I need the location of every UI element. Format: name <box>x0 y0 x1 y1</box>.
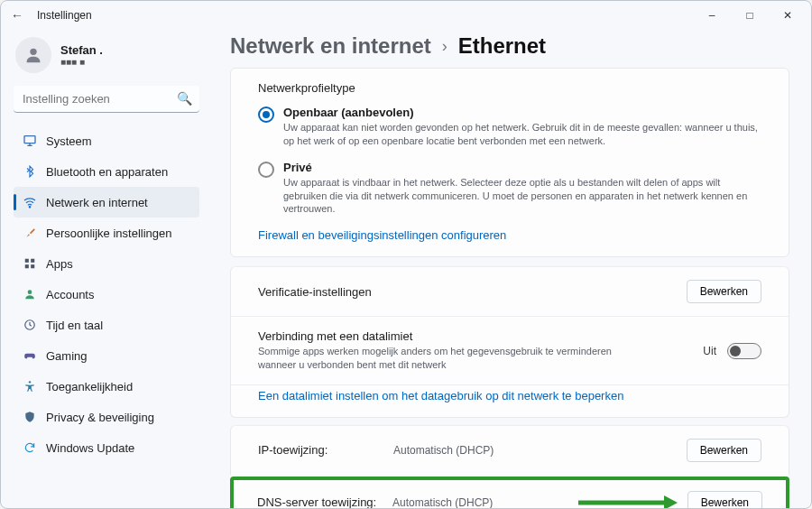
sidebar-item-label: Accounts <box>46 288 94 301</box>
radio-public-indicator[interactable] <box>258 106 274 123</box>
sidebar-item-systeem[interactable]: Systeem <box>14 125 199 156</box>
sidebar-item-label: Toegankelijkheid <box>46 380 133 393</box>
sidebar-item-accounts[interactable]: Accounts <box>14 279 199 310</box>
sidebar-item-label: Bluetooth en apparaten <box>46 165 168 179</box>
radio-public-desc: Uw apparaat kan niet worden gevonden op … <box>283 121 761 148</box>
update-icon <box>23 440 37 455</box>
sidebar-item-gaming[interactable]: Gaming <box>14 340 199 371</box>
sidebar-item-tijd-en-taal[interactable]: Tijd en taal <box>14 310 199 340</box>
ip-value: Automatisch (DHCP) <box>393 444 687 457</box>
app-title: Instellingen <box>37 9 92 22</box>
section-title-profile-type: Netwerkprofieltype <box>258 81 761 95</box>
profile-name: Stefan . <box>60 43 103 57</box>
metered-title: Verbinding met een datalimiet <box>258 329 703 343</box>
avatar <box>15 37 51 73</box>
dns-edit-button[interactable]: Bewerken <box>687 491 762 508</box>
sidebar-item-label: Systeem <box>46 134 92 148</box>
close-button[interactable]: ✕ <box>771 5 804 26</box>
svg-point-11 <box>29 381 31 383</box>
profile-email: ■■■ ■ <box>60 57 103 67</box>
maximize-button[interactable]: □ <box>734 5 766 26</box>
sidebar-item-privacy-beveiliging[interactable]: Privacy & beveiliging <box>14 402 199 432</box>
radio-private-desc: Uw apparaat is vindbaar in het netwerk. … <box>283 176 761 217</box>
sidebar-item-label: Persoonlijke instellingen <box>46 227 171 240</box>
dns-row-highlighted: DNS-server toewijzing: Automatisch (DHCP… <box>230 477 789 508</box>
metered-state: Uit <box>703 345 716 357</box>
svg-rect-7 <box>25 264 29 268</box>
sidebar-item-label: Windows Update <box>46 441 134 455</box>
radio-public[interactable]: Openbaar (aanbevolen) Uw apparaat kan ni… <box>258 106 761 148</box>
radio-private-indicator[interactable] <box>258 162 274 178</box>
chevron-right-icon: › <box>442 37 448 56</box>
person-icon <box>23 287 37 301</box>
svg-rect-6 <box>31 259 34 263</box>
monitor-icon <box>23 134 37 148</box>
sidebar-item-label: Netwerk en internet <box>46 196 148 209</box>
breadcrumb-parent[interactable]: Netwerk en internet <box>230 33 431 59</box>
auth-edit-button[interactable]: Bewerken <box>687 280 761 303</box>
svg-rect-8 <box>31 264 34 268</box>
sidebar-item-persoonlijke-instellingen[interactable]: Persoonlijke instellingen <box>14 217 199 248</box>
svg-rect-5 <box>25 259 29 263</box>
breadcrumb: Netwerk en internet › Ethernet <box>230 33 789 59</box>
sidebar-item-bluetooth-en-apparaten[interactable]: Bluetooth en apparaten <box>14 156 199 187</box>
firewall-link[interactable]: Firewall en beveiligingsinstellingen con… <box>258 228 761 242</box>
search-icon: 🔍 <box>177 91 192 106</box>
svg-marker-13 <box>664 495 678 508</box>
radio-private-label: Privé <box>283 161 761 174</box>
sidebar-item-netwerk-en-internet[interactable]: Netwerk en internet <box>14 187 199 217</box>
game-icon <box>23 348 37 363</box>
breadcrumb-current: Ethernet <box>458 33 546 59</box>
apps-icon <box>23 256 37 271</box>
sidebar-item-toegankelijkheid[interactable]: Toegankelijkheid <box>14 371 199 402</box>
search-input[interactable] <box>14 86 199 113</box>
wifi-icon <box>23 195 37 209</box>
sidebar-item-windows-update[interactable]: Windows Update <box>14 432 199 463</box>
clock-icon <box>23 318 37 332</box>
auth-title: Verificatie-instellingen <box>258 285 687 299</box>
search-box[interactable]: 🔍 <box>14 86 199 113</box>
sidebar-item-label: Apps <box>46 257 73 271</box>
shield-icon <box>23 410 37 424</box>
back-button[interactable]: ← <box>8 8 26 23</box>
radio-public-label: Openbaar (aanbevolen) <box>283 106 761 119</box>
svg-point-4 <box>29 207 30 208</box>
metered-desc: Sommige apps werken mogelijk anders om h… <box>258 345 637 372</box>
accessibility-icon <box>23 379 37 393</box>
brush-icon <box>23 226 37 240</box>
minimize-button[interactable]: – <box>696 5 728 26</box>
ip-label: IP-toewijzing: <box>258 443 393 457</box>
sidebar-item-label: Tijd en taal <box>46 319 103 332</box>
svg-point-9 <box>28 290 32 294</box>
svg-point-0 <box>30 49 36 55</box>
metered-toggle[interactable] <box>727 343 761 359</box>
sidebar-item-label: Gaming <box>46 349 88 363</box>
annotation-arrow-icon <box>578 494 678 508</box>
profile-block[interactable]: Stefan . ■■■ ■ <box>15 37 199 73</box>
svg-rect-1 <box>24 136 35 143</box>
metered-link[interactable]: Een datalimiet instellen om het datagebr… <box>258 389 623 403</box>
radio-private[interactable]: Privé Uw apparaat is vindbaar in het net… <box>258 161 761 217</box>
sidebar-item-label: Privacy & beveiliging <box>46 411 154 424</box>
sidebar-item-apps[interactable]: Apps <box>14 248 199 279</box>
bluetooth-icon <box>23 164 37 179</box>
dns-label: DNS-server toewijzing: <box>257 495 392 508</box>
ip-edit-button[interactable]: Bewerken <box>687 439 761 462</box>
